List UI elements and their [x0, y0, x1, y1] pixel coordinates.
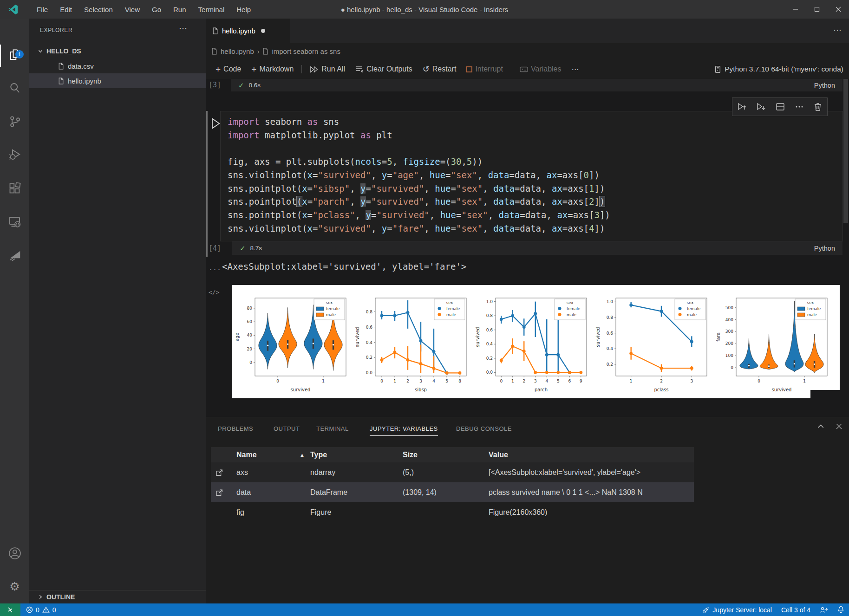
svg-text:sex: sex [446, 300, 453, 305]
tab-jupyter-variables[interactable]: JUPYTER: VARIABLES [370, 417, 438, 440]
menu-help[interactable]: Help [230, 6, 257, 13]
output-mime-icon[interactable]: </> [209, 289, 219, 296]
cell-focus-indicator [206, 111, 208, 257]
breadcrumb-file[interactable]: hello.ipynb [221, 47, 254, 55]
cell4-execution-count: [4] [209, 244, 221, 253]
add-code-cell-button[interactable]: + Code [210, 62, 246, 76]
notebook-scroll-area[interactable]: [3] ✓ 0.6s Python import seaborn as snsi… [206, 79, 849, 417]
kernel-picker[interactable]: Python 3.7.10 64-bit ('myenv': conda) [714, 59, 843, 79]
menu-go[interactable]: Go [146, 6, 167, 13]
run-cell-button[interactable] [210, 117, 221, 130]
svg-text:parch: parch [535, 387, 548, 392]
column-value[interactable]: Value [489, 451, 508, 459]
more-actions-button[interactable] [794, 102, 804, 112]
column-name[interactable]: Name [236, 451, 257, 459]
menu-run[interactable]: Run [167, 6, 192, 13]
svg-text:0: 0 [276, 379, 279, 383]
feedback-icon[interactable] [820, 606, 828, 614]
cell-indicator-label: Cell 3 of 4 [781, 606, 810, 614]
maximize-button[interactable] [806, 0, 828, 19]
extension-triangle-button[interactable] [0, 243, 29, 267]
account-button[interactable] [0, 541, 29, 565]
tab-terminal[interactable]: TERMINAL [316, 417, 349, 440]
remote-explorer-view-button[interactable] [0, 210, 29, 234]
svg-text:1: 1 [393, 379, 396, 383]
code-content[interactable]: import seaborn as snsimport matplotlib.p… [228, 115, 610, 235]
more-icon: ⋯ [571, 65, 580, 74]
clear-outputs-button[interactable]: Clear Outputs [350, 62, 418, 76]
toolbar-more-button[interactable]: ⋯ [566, 62, 585, 76]
menu-terminal[interactable]: Terminal [192, 6, 231, 13]
svg-text:0.8: 0.8 [607, 315, 614, 320]
cell3-execution-count: [3] [209, 81, 221, 89]
cell4-language[interactable]: Python [814, 245, 835, 252]
settings-button[interactable]: ⚙ [0, 574, 29, 598]
run-below-button[interactable] [756, 102, 766, 112]
split-cell-button[interactable] [775, 102, 785, 112]
tab-debug-console[interactable]: DEBUG CONSOLE [456, 417, 512, 440]
restart-button[interactable]: ↺ Restart [418, 62, 462, 76]
column-size[interactable]: Size [403, 451, 418, 459]
cell3-language[interactable]: Python [814, 82, 835, 89]
svg-text:1: 1 [630, 379, 633, 383]
svg-text:1: 1 [511, 379, 514, 383]
menu-file[interactable]: File [31, 6, 54, 13]
variables-table: Name ▲ Type Size Value axs ndarray (5,) … [211, 447, 694, 522]
outline-section-header[interactable]: OUTLINE [29, 590, 206, 603]
svg-text:80: 80 [247, 306, 253, 311]
table-row-fig[interactable]: fig Figure Figure(2160x360) [211, 502, 694, 522]
breadcrumb-cell[interactable]: import seaborn as sns [272, 47, 340, 55]
run-above-button[interactable] [737, 102, 747, 112]
maximize-panel-button[interactable] [817, 423, 824, 430]
notebook-scrollbar[interactable] [843, 79, 848, 223]
svg-text:sibsp: sibsp [415, 387, 427, 392]
warnings-indicator[interactable]: 0 [42, 606, 56, 614]
editor-more-actions[interactable]: ⋯ [833, 25, 842, 35]
svg-text:female: female [807, 306, 821, 311]
add-markdown-cell-button[interactable]: + Markdown [246, 62, 299, 76]
table-row-axs[interactable]: axs ndarray (5,) [<AxesSubplot:xlabel='s… [211, 462, 694, 482]
svg-text:pclass: pclass [654, 387, 668, 392]
svg-text:4: 4 [545, 379, 548, 383]
svg-text:20: 20 [247, 347, 253, 351]
delete-cell-button[interactable] [813, 102, 823, 112]
menu-view[interactable]: View [119, 6, 146, 13]
close-button[interactable] [828, 0, 849, 19]
bottom-panel: PROBLEMS OUTPUT TERMINAL JUPYTER: VARIAB… [206, 417, 849, 603]
search-view-button[interactable] [0, 76, 29, 100]
cell-toolbar [732, 97, 828, 116]
tab-output[interactable]: OUTPUT [274, 417, 300, 440]
jupyter-server-indicator[interactable]: Jupyter Server: local [702, 606, 772, 614]
clear-outputs-icon [355, 65, 364, 73]
sidebar-file-hello-ipynb[interactable]: hello.ipynb [29, 73, 206, 88]
explorer-view-button[interactable] [0, 44, 29, 68]
sidebar-folder-hello-ds[interactable]: HELLO_DS [29, 44, 206, 58]
svg-text:1.0: 1.0 [486, 299, 493, 304]
source-control-view-button[interactable] [0, 110, 29, 134]
tab-problems[interactable]: PROBLEMS [218, 417, 253, 440]
var-value: [<AxesSubplot:xlabel='survived', ylabel=… [489, 468, 640, 477]
open-variable-icon[interactable] [216, 468, 223, 476]
sidebar-file-data-csv[interactable]: data.csv [29, 58, 206, 73]
explorer-more-actions[interactable]: ⋯ [179, 23, 188, 33]
warnings-count: 0 [52, 606, 56, 614]
svg-text:0.4: 0.4 [607, 346, 614, 351]
menu-selection[interactable]: Selection [78, 6, 119, 13]
svg-text:male: male [326, 312, 336, 317]
modified-dot-icon[interactable] [261, 29, 265, 33]
column-type[interactable]: Type [310, 451, 327, 459]
svg-text:6: 6 [568, 379, 571, 383]
close-panel-button[interactable] [836, 423, 842, 430]
extensions-view-button[interactable] [0, 176, 29, 200]
menu-edit[interactable]: Edit [54, 6, 78, 13]
table-row-data[interactable]: data DataFrame (1309, 14) pclass survive… [211, 482, 694, 502]
errors-indicator[interactable]: 0 [26, 606, 39, 614]
minimize-button[interactable] [785, 0, 806, 19]
run-debug-view-button[interactable] [0, 143, 29, 167]
notifications-bell-icon[interactable] [837, 606, 844, 614]
open-variable-icon[interactable] [216, 488, 223, 496]
run-all-button[interactable]: Run All [305, 62, 350, 76]
cell-indicator[interactable]: Cell 3 of 4 [781, 606, 810, 614]
remote-indicator[interactable] [0, 603, 20, 616]
tab-hello-ipynb[interactable]: hello.ipynb [206, 19, 290, 43]
